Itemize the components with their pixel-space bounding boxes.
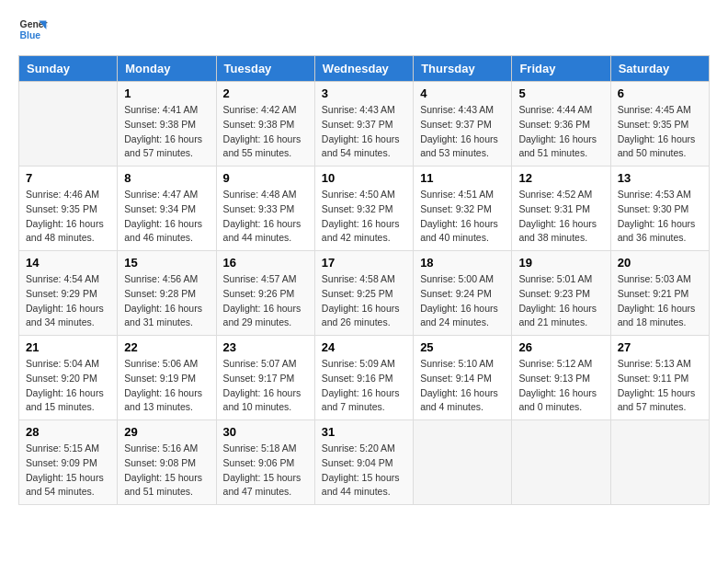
calendar-cell: 29Sunrise: 5:16 AM Sunset: 9:08 PM Dayli…: [118, 420, 216, 505]
calendar-week-row: 28Sunrise: 5:15 AM Sunset: 9:09 PM Dayli…: [19, 420, 710, 505]
calendar-cell: 13Sunrise: 4:53 AM Sunset: 9:30 PM Dayli…: [610, 167, 709, 251]
date-number: 17: [322, 256, 406, 270]
date-number: 18: [420, 256, 505, 270]
calendar-cell: 18Sunrise: 5:00 AM Sunset: 9:24 PM Dayli…: [414, 251, 512, 336]
date-number: 28: [26, 425, 110, 439]
cell-info: Sunrise: 5:06 AM Sunset: 9:19 PM Dayligh…: [124, 357, 209, 415]
calendar-week-row: 1Sunrise: 4:41 AM Sunset: 9:38 PM Daylig…: [19, 82, 710, 167]
cell-info: Sunrise: 5:03 AM Sunset: 9:21 PM Dayligh…: [618, 272, 702, 330]
calendar-cell: 25Sunrise: 5:10 AM Sunset: 9:14 PM Dayli…: [414, 336, 512, 420]
date-number: 27: [618, 340, 702, 354]
logo-icon: General Blue: [18, 15, 48, 44]
col-wednesday: Wednesday: [314, 56, 413, 82]
cell-info: Sunrise: 4:56 AM Sunset: 9:28 PM Dayligh…: [124, 272, 209, 330]
calendar-cell: 17Sunrise: 4:58 AM Sunset: 9:25 PM Dayli…: [314, 251, 413, 336]
calendar-cell: 28Sunrise: 5:15 AM Sunset: 9:09 PM Dayli…: [19, 420, 118, 505]
col-tuesday: Tuesday: [216, 56, 314, 82]
calendar-cell: 30Sunrise: 5:18 AM Sunset: 9:06 PM Dayli…: [216, 420, 314, 505]
calendar-cell: 22Sunrise: 5:06 AM Sunset: 9:19 PM Dayli…: [118, 336, 216, 420]
calendar-cell: 15Sunrise: 4:56 AM Sunset: 9:28 PM Dayli…: [118, 251, 216, 336]
calendar-cell: 12Sunrise: 4:52 AM Sunset: 9:31 PM Dayli…: [512, 167, 610, 251]
col-monday: Monday: [118, 56, 216, 82]
calendar-cell: 3Sunrise: 4:43 AM Sunset: 9:37 PM Daylig…: [314, 82, 413, 167]
calendar-cell: 2Sunrise: 4:42 AM Sunset: 9:38 PM Daylig…: [216, 82, 314, 167]
cell-info: Sunrise: 4:50 AM Sunset: 9:32 PM Dayligh…: [322, 188, 406, 246]
date-number: 25: [420, 340, 505, 354]
calendar-cell: 9Sunrise: 4:48 AM Sunset: 9:33 PM Daylig…: [216, 167, 314, 251]
date-number: 11: [420, 171, 505, 185]
date-number: 3: [322, 86, 406, 100]
calendar-cell: 19Sunrise: 5:01 AM Sunset: 9:23 PM Dayli…: [512, 251, 610, 336]
date-number: 5: [518, 86, 603, 100]
calendar-week-row: 7Sunrise: 4:46 AM Sunset: 9:35 PM Daylig…: [19, 167, 710, 251]
cell-info: Sunrise: 4:51 AM Sunset: 9:32 PM Dayligh…: [420, 188, 505, 246]
calendar-cell: [610, 420, 709, 505]
date-number: 12: [518, 171, 603, 185]
cell-info: Sunrise: 4:54 AM Sunset: 9:29 PM Dayligh…: [26, 272, 110, 330]
date-number: 13: [618, 171, 702, 185]
calendar-cell: 20Sunrise: 5:03 AM Sunset: 9:21 PM Dayli…: [610, 251, 709, 336]
date-number: 10: [322, 171, 406, 185]
calendar-cell: 14Sunrise: 4:54 AM Sunset: 9:29 PM Dayli…: [19, 251, 118, 336]
calendar-cell: 5Sunrise: 4:44 AM Sunset: 9:36 PM Daylig…: [512, 82, 610, 167]
cell-info: Sunrise: 5:18 AM Sunset: 9:06 PM Dayligh…: [223, 442, 308, 500]
date-number: 14: [26, 256, 110, 270]
calendar-week-row: 14Sunrise: 4:54 AM Sunset: 9:29 PM Dayli…: [19, 251, 710, 336]
calendar-cell: [414, 420, 512, 505]
date-number: 15: [124, 256, 209, 270]
cell-info: Sunrise: 4:46 AM Sunset: 9:35 PM Dayligh…: [26, 188, 110, 246]
col-sunday: Sunday: [19, 56, 118, 82]
date-number: 19: [518, 256, 603, 270]
calendar-cell: 24Sunrise: 5:09 AM Sunset: 9:16 PM Dayli…: [314, 336, 413, 420]
cell-info: Sunrise: 4:45 AM Sunset: 9:35 PM Dayligh…: [618, 103, 702, 161]
calendar-cell: 26Sunrise: 5:12 AM Sunset: 9:13 PM Dayli…: [512, 336, 610, 420]
date-number: 8: [124, 171, 209, 185]
cell-info: Sunrise: 5:20 AM Sunset: 9:04 PM Dayligh…: [322, 442, 406, 500]
cell-info: Sunrise: 4:41 AM Sunset: 9:38 PM Dayligh…: [124, 103, 209, 161]
cell-info: Sunrise: 4:43 AM Sunset: 9:37 PM Dayligh…: [322, 103, 406, 161]
date-number: 21: [26, 340, 110, 354]
date-number: 20: [618, 256, 702, 270]
calendar-body: 1Sunrise: 4:41 AM Sunset: 9:38 PM Daylig…: [19, 82, 710, 505]
calendar-cell: 7Sunrise: 4:46 AM Sunset: 9:35 PM Daylig…: [19, 167, 118, 251]
calendar-cell: 8Sunrise: 4:47 AM Sunset: 9:34 PM Daylig…: [118, 167, 216, 251]
cell-info: Sunrise: 5:12 AM Sunset: 9:13 PM Dayligh…: [518, 357, 603, 415]
cell-info: Sunrise: 4:43 AM Sunset: 9:37 PM Dayligh…: [420, 103, 505, 161]
calendar-table: Sunday Monday Tuesday Wednesday Thursday…: [18, 55, 710, 505]
cell-info: Sunrise: 4:57 AM Sunset: 9:26 PM Dayligh…: [223, 272, 308, 330]
calendar-cell: 27Sunrise: 5:13 AM Sunset: 9:11 PM Dayli…: [610, 336, 709, 420]
cell-info: Sunrise: 4:53 AM Sunset: 9:30 PM Dayligh…: [618, 188, 702, 246]
date-number: 22: [124, 340, 209, 354]
calendar-cell: 10Sunrise: 4:50 AM Sunset: 9:32 PM Dayli…: [314, 167, 413, 251]
calendar-cell: 4Sunrise: 4:43 AM Sunset: 9:37 PM Daylig…: [414, 82, 512, 167]
date-number: 16: [223, 256, 308, 270]
calendar-cell: 11Sunrise: 4:51 AM Sunset: 9:32 PM Dayli…: [414, 167, 512, 251]
calendar-cell: 16Sunrise: 4:57 AM Sunset: 9:26 PM Dayli…: [216, 251, 314, 336]
cell-info: Sunrise: 5:10 AM Sunset: 9:14 PM Dayligh…: [420, 357, 505, 415]
cell-info: Sunrise: 5:16 AM Sunset: 9:08 PM Dayligh…: [124, 442, 209, 500]
cell-info: Sunrise: 4:52 AM Sunset: 9:31 PM Dayligh…: [518, 188, 603, 246]
date-number: 26: [518, 340, 603, 354]
page-header: General Blue: [18, 15, 710, 44]
col-thursday: Thursday: [414, 56, 512, 82]
col-friday: Friday: [512, 56, 610, 82]
date-number: 30: [223, 425, 308, 439]
date-number: 24: [322, 340, 406, 354]
cell-info: Sunrise: 5:01 AM Sunset: 9:23 PM Dayligh…: [518, 272, 603, 330]
col-saturday: Saturday: [610, 56, 709, 82]
calendar-cell: 6Sunrise: 4:45 AM Sunset: 9:35 PM Daylig…: [610, 82, 709, 167]
date-number: 31: [322, 425, 406, 439]
cell-info: Sunrise: 5:07 AM Sunset: 9:17 PM Dayligh…: [223, 357, 308, 415]
calendar-cell: [19, 82, 118, 167]
cell-info: Sunrise: 4:48 AM Sunset: 9:33 PM Dayligh…: [223, 188, 308, 246]
logo: General Blue: [18, 15, 48, 44]
date-number: 4: [420, 86, 505, 100]
cell-info: Sunrise: 5:04 AM Sunset: 9:20 PM Dayligh…: [26, 357, 110, 415]
calendar-week-row: 21Sunrise: 5:04 AM Sunset: 9:20 PM Dayli…: [19, 336, 710, 420]
date-number: 23: [223, 340, 308, 354]
cell-info: Sunrise: 5:15 AM Sunset: 9:09 PM Dayligh…: [26, 442, 110, 500]
calendar-cell: 1Sunrise: 4:41 AM Sunset: 9:38 PM Daylig…: [118, 82, 216, 167]
date-number: 7: [26, 171, 110, 185]
cell-info: Sunrise: 5:13 AM Sunset: 9:11 PM Dayligh…: [618, 357, 702, 415]
calendar-cell: 21Sunrise: 5:04 AM Sunset: 9:20 PM Dayli…: [19, 336, 118, 420]
